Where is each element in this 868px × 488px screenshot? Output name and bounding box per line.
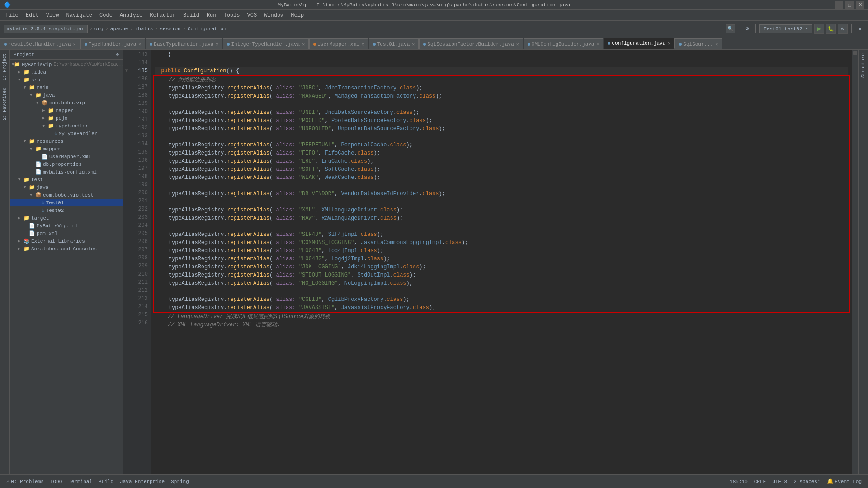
tab-close-typehandler[interactable]: ✕ — [138, 42, 141, 47]
status-event-log[interactable]: 🔔 Event Log — [824, 477, 864, 486]
toolbar-icon-settings[interactable]: ⚙ — [743, 24, 752, 33]
code-line-211: typeAliasRegistry.registerAlias( alias: … — [156, 279, 847, 287]
status-encoding[interactable]: UTF-8 — [769, 478, 790, 485]
tree-item-typehandler[interactable]: ▼ 📁 typehandler — [10, 122, 123, 130]
toolbar-icon-more[interactable]: ≡ — [855, 24, 864, 33]
code-line-198: typeAliasRegistry.registerAlias( alias: … — [156, 174, 847, 182]
code-content-area[interactable]: ▼ 183 184 185 186 187 188 189 190 191 19… — [123, 50, 858, 474]
status-todo[interactable]: TODO — [47, 478, 65, 485]
tree-item-idea[interactable]: ▶ 📁 .idea — [10, 68, 123, 76]
menu-window[interactable]: Window — [260, 11, 287, 19]
minimize-button[interactable]: − — [835, 1, 843, 9]
close-button[interactable]: ✕ — [856, 1, 864, 9]
tree-item-src[interactable]: ▼ 📁 src — [10, 76, 123, 84]
tree-item-pom-xml[interactable]: 📄 pom.xml — [10, 230, 123, 237]
tree-item-com-bobo-vip-test[interactable]: ▼ 📦 com.bobo.vip.test — [10, 191, 123, 199]
tab-integertypehandler[interactable]: IntegerTypeHandler.java ✕ — [223, 38, 309, 49]
status-problems[interactable]: ⚠ 0: Problems — [4, 477, 47, 486]
tab-resultsethandler[interactable]: resultSetHandler.java ✕ — [0, 38, 80, 49]
run-button[interactable]: ▶ — [814, 24, 824, 34]
toolbar-breadcrumb-ibatis[interactable]: ibatis — [135, 26, 153, 32]
tree-item-test-java[interactable]: ▼ 📁 java — [10, 183, 123, 191]
toolbar-icon-search[interactable]: 🔍 — [726, 24, 735, 33]
tab-close-resultset[interactable]: ✕ — [73, 42, 76, 47]
menu-build[interactable]: Build — [179, 11, 203, 19]
menu-vcs[interactable]: VCS — [244, 11, 261, 19]
menu-tools[interactable]: Tools — [220, 11, 244, 19]
menu-help[interactable]: Help — [287, 11, 307, 19]
toolbar-breadcrumb-apache[interactable]: apache — [110, 26, 128, 32]
status-terminal[interactable]: Terminal — [66, 478, 95, 485]
tab-sqlsessionfactorybuilder[interactable]: SqlSessionFactoryBuilder.java ✕ — [419, 38, 523, 49]
toolbar-breadcrumb-configuration[interactable]: Configuration — [188, 26, 226, 32]
tab-configuration-active[interactable]: Configuration.java ✕ — [604, 38, 675, 49]
left-tab-project[interactable]: 1: Project — [1, 50, 8, 84]
toolbar-breadcrumb-session[interactable]: session — [160, 26, 180, 32]
maximize-button[interactable]: □ — [845, 1, 854, 9]
tree-item-main-java[interactable]: ▼ 📁 java — [10, 91, 123, 99]
code-line-195: typeAliasRegistry.registerAlias( alias: … — [156, 149, 847, 157]
tree-item-db-properties[interactable]: 📄 db.properties — [10, 160, 123, 168]
tree-item-pojo[interactable]: ▶ 📁 pojo — [10, 114, 123, 122]
tab-test01[interactable]: Test01.java ✕ — [369, 38, 419, 49]
code-highlighted-region: // 为类型注册别名 typeAliasRegistry.registerAli… — [153, 75, 850, 313]
title-bar: 🔷 MyBatisVip – E:\tools\MyBatis\mybatis-… — [0, 0, 868, 10]
tab-usermapper[interactable]: UserMapper.xml ✕ — [309, 38, 368, 49]
run-config-selector[interactable]: Test01.test02 ▾ — [760, 24, 812, 33]
menu-file[interactable]: File — [2, 11, 22, 19]
tree-item-mytypehandler[interactable]: ☕ MyTypeHandler — [10, 130, 123, 137]
tab-typehandler[interactable]: TypeHandler.java ✕ — [80, 38, 146, 49]
tree-item-com-bobo-vip[interactable]: ▼ 📦 com.bobo.vip — [10, 99, 123, 107]
status-position[interactable]: 185:10 — [727, 478, 750, 485]
left-tab-favorites[interactable]: 2: Favorites — [1, 84, 8, 124]
tree-item-external-libraries[interactable]: ▶ 📚 External Libraries — [10, 237, 123, 245]
tree-item-test[interactable]: ▼ 📁 test — [10, 176, 123, 183]
status-linesep[interactable]: CRLF — [751, 478, 769, 485]
window-controls: − □ ✕ — [835, 1, 864, 9]
code-line-194: typeAliasRegistry.registerAlias( alias: … — [156, 141, 847, 149]
tree-item-mybatisvip-iml[interactable]: 📄 MyBatisVip.iml — [10, 222, 123, 230]
menu-edit[interactable]: Edit — [22, 11, 42, 19]
menu-refactor[interactable]: Refactor — [146, 11, 179, 19]
coverage-button[interactable]: ⊙ — [838, 24, 848, 34]
status-build[interactable]: Build — [96, 478, 116, 485]
tab-xmlconfigbuilder[interactable]: XMLConfigBuilder.java ✕ — [524, 38, 604, 49]
tree-item-mybatis-config[interactable]: 📄 mybatis-config.xml — [10, 168, 123, 176]
sidebar-icon-gear[interactable]: ⚙ — [116, 52, 119, 57]
debug-button[interactable]: 🐛 — [826, 24, 836, 34]
code-line-204 — [156, 222, 847, 230]
tree-item-target[interactable]: ▶ 📁 target — [10, 214, 123, 222]
tree-item-test01[interactable]: ☕ Test01 — [10, 199, 123, 206]
tree-item-resources[interactable]: ▼ 📁 resources — [10, 137, 123, 145]
tree-item-test02[interactable]: ☕ Test02 — [10, 206, 123, 214]
menu-navigate[interactable]: Navigate — [62, 11, 96, 19]
menu-analyze[interactable]: Analyze — [116, 11, 146, 19]
status-java-enterprise[interactable]: Java Enterprise — [117, 478, 167, 485]
tree-item-main[interactable]: ▼ 📁 main — [10, 84, 123, 91]
code-line-205: typeAliasRegistry.registerAlias( alias: … — [156, 230, 847, 239]
tree-item-scratches[interactable]: ▶ 📁 Scratches and Consoles — [10, 245, 123, 253]
java-enterprise-label: Java Enterprise — [120, 479, 165, 484]
code-line-216: // XML LanguageDriver: XML 语言驱动. — [155, 321, 848, 329]
event-log-icon: 🔔 — [827, 478, 834, 485]
menu-run[interactable]: Run — [203, 11, 220, 19]
file-tabs: resultSetHandler.java ✕ TypeHandler.java… — [0, 37, 868, 50]
tree-item-res-mapper[interactable]: ▼ 📁 mapper — [10, 145, 123, 153]
right-tab-structure[interactable]: Structure — [860, 50, 867, 81]
tab-basetypehandler[interactable]: BaseTypeHandler.java ✕ — [146, 38, 222, 49]
project-tree: ▼ 📁 MyBatisVip E:\workspace\VipWorkSpac.… — [10, 60, 123, 474]
code-lines[interactable]: } public Configuration() { // 为类型注册别名 ty… — [151, 50, 852, 474]
menu-code[interactable]: Code — [96, 11, 116, 19]
tree-item-mybatisvip[interactable]: ▼ 📁 MyBatisVip E:\workspace\VipWorkSpac.… — [10, 61, 123, 68]
toolbar-breadcrumb-org[interactable]: org — [94, 26, 104, 32]
status-spring[interactable]: Spring — [168, 478, 192, 485]
toolbar: mybatis-3.5.4-snapshot.jar › org › apach… — [0, 21, 868, 37]
menu-view[interactable]: View — [42, 11, 63, 19]
tree-item-usermapper-xml[interactable]: 📄 UserMapper.xml — [10, 153, 123, 160]
encoding-label: UTF-8 — [772, 479, 787, 484]
tab-sqlsour[interactable]: SqlSour... ✕ — [675, 38, 722, 49]
tree-item-mapper[interactable]: ▶ 📁 mapper — [10, 107, 123, 114]
terminal-label: Terminal — [68, 479, 92, 484]
status-indent[interactable]: 2 spaces* — [791, 478, 823, 485]
code-line-191: typeAliasRegistry.registerAlias( alias: … — [156, 117, 847, 125]
